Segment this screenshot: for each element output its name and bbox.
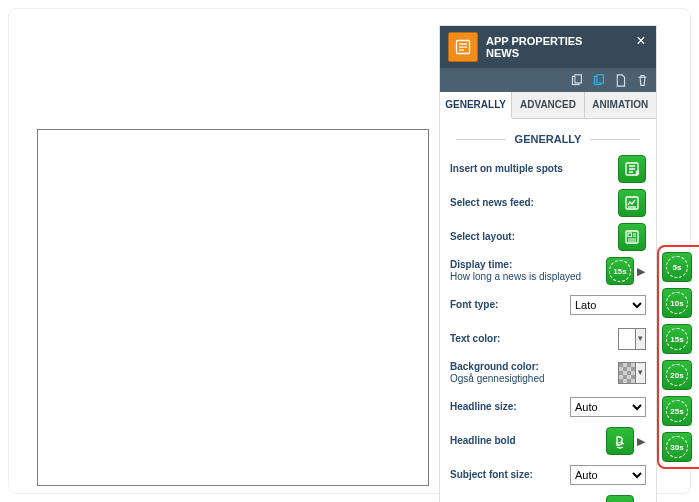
text-color-picker[interactable]: ▾ — [618, 328, 646, 350]
bg-color-swatch — [619, 363, 635, 383]
row-text-color: Text color: ▾ — [450, 325, 646, 353]
svg-rect-7 — [596, 74, 603, 82]
section-title: GENERALLY — [440, 133, 656, 145]
property-rows: Insert on multiple spots Select news fee… — [440, 155, 656, 502]
tab-animation[interactable]: ANIMATION — [585, 92, 656, 118]
headline-size-select[interactable]: Auto — [570, 397, 646, 417]
row-select-feed: Select news feed: — [450, 189, 646, 217]
timer-icon: 5s — [666, 256, 688, 278]
row-headline-size: Headline size: Auto — [450, 393, 646, 421]
row-display-time: Display time: How long a news is display… — [450, 257, 646, 285]
chevron-down-icon: ▾ — [635, 363, 645, 383]
label-display-time: Display time: How long a news is display… — [450, 259, 606, 284]
label-select-layout: Select layout: — [450, 231, 618, 244]
subject-font-size-select[interactable]: Auto — [570, 465, 646, 485]
insert-multiple-button[interactable] — [618, 155, 646, 183]
label-subject-font-size: Subject font size: — [450, 469, 570, 482]
label-select-feed: Select news feed: — [450, 197, 618, 210]
font-type-select[interactable]: Lato — [570, 295, 646, 315]
label-headline-bold: Headline bold — [450, 435, 606, 448]
label-bg-color-sub: Også gennesigtighed — [450, 373, 618, 386]
editor-canvas[interactable] — [37, 129, 429, 486]
row-headline-bold: Headline bold ▶ — [450, 427, 646, 455]
time-option-20s[interactable]: 20s — [662, 360, 692, 390]
text-color-swatch — [619, 329, 635, 349]
margin-button[interactable] — [606, 495, 634, 502]
trash-icon[interactable] — [634, 72, 650, 88]
chevron-down-icon: ▾ — [635, 329, 645, 349]
headline-bold-button[interactable] — [606, 427, 634, 455]
tabs: GENERALLY ADVANCED ANIMATION — [440, 92, 656, 119]
timer-icon: 15s — [666, 328, 688, 350]
row-margin: Margin: ▶ — [450, 495, 646, 502]
tab-advanced[interactable]: ADVANCED — [512, 92, 584, 118]
tab-generally[interactable]: GENERALLY — [440, 92, 512, 119]
paste-icon[interactable] — [590, 72, 606, 88]
display-time-popover: 5s 10s 15s 20s 25s 30s — [657, 245, 699, 469]
timer-icon: 10s — [666, 292, 688, 314]
svg-rect-5 — [574, 74, 581, 82]
time-option-5s[interactable]: 5s — [662, 252, 692, 282]
display-time-flyout-arrow[interactable]: ▶ — [636, 265, 646, 278]
document-icon[interactable] — [612, 72, 628, 88]
copy-icon[interactable] — [568, 72, 584, 88]
label-display-time-sub: How long a news is displayed — [450, 271, 606, 284]
label-text-color: Text color: — [450, 333, 618, 346]
time-option-15s[interactable]: 15s — [662, 324, 692, 354]
select-feed-button[interactable] — [618, 189, 646, 217]
svg-rect-12 — [628, 233, 632, 237]
label-insert-multiple: Insert on multiple spots — [450, 163, 618, 176]
headline-bold-flyout-arrow[interactable]: ▶ — [636, 435, 646, 448]
label-headline-size: Headline size: — [450, 401, 570, 414]
timer-icon: 25s — [666, 400, 688, 422]
close-button[interactable]: × — [632, 32, 650, 50]
panel-header: APP PROPERTIES NEWS × — [440, 26, 656, 68]
timer-icon: 30s — [666, 436, 688, 458]
panel-title: APP PROPERTIES — [486, 35, 582, 47]
time-option-10s[interactable]: 10s — [662, 288, 692, 318]
panel-subtitle: NEWS — [486, 47, 582, 59]
select-layout-button[interactable] — [618, 223, 646, 251]
news-app-icon — [448, 32, 478, 62]
label-bg-color: Background color: Også gennesigtighed — [450, 361, 618, 386]
bg-color-picker[interactable]: ▾ — [618, 362, 646, 384]
time-option-30s[interactable]: 30s — [662, 432, 692, 462]
row-font-type: Font type: Lato — [450, 291, 646, 319]
timer-icon: 20s — [666, 364, 688, 386]
panel-mini-toolbar — [440, 68, 656, 92]
timer-icon: 15s — [609, 260, 631, 282]
app-properties-panel: APP PROPERTIES NEWS × GENERALLY ADVANCED… — [439, 25, 657, 502]
time-option-25s[interactable]: 25s — [662, 396, 692, 426]
display-time-button[interactable]: 15s — [606, 257, 634, 285]
label-font-type: Font type: — [450, 299, 570, 312]
row-bg-color: Background color: Også gennesigtighed ▾ — [450, 359, 646, 387]
row-select-layout: Select layout: — [450, 223, 646, 251]
row-subject-font-size: Subject font size: Auto — [450, 461, 646, 489]
row-insert-multiple: Insert on multiple spots — [450, 155, 646, 183]
